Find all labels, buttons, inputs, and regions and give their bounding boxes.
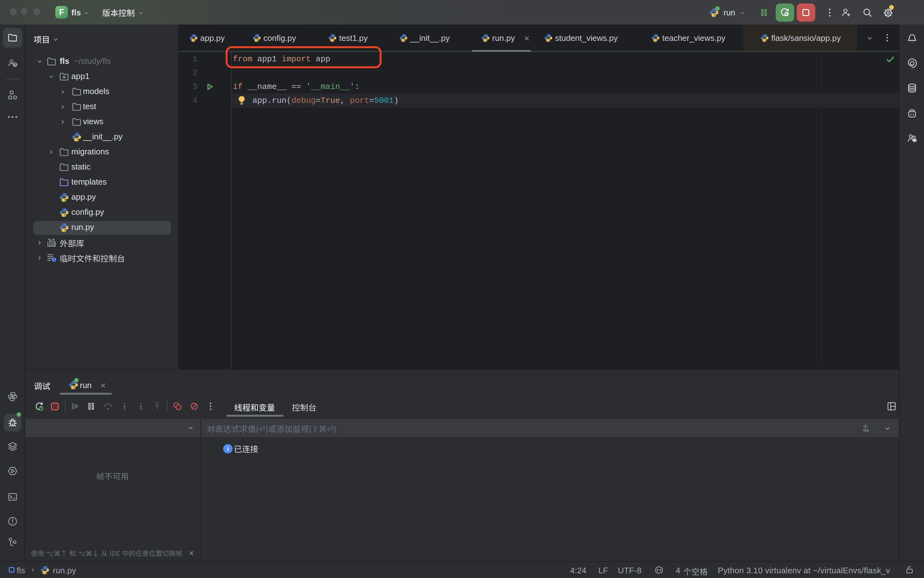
svg-text:?: ? [14, 62, 16, 67]
